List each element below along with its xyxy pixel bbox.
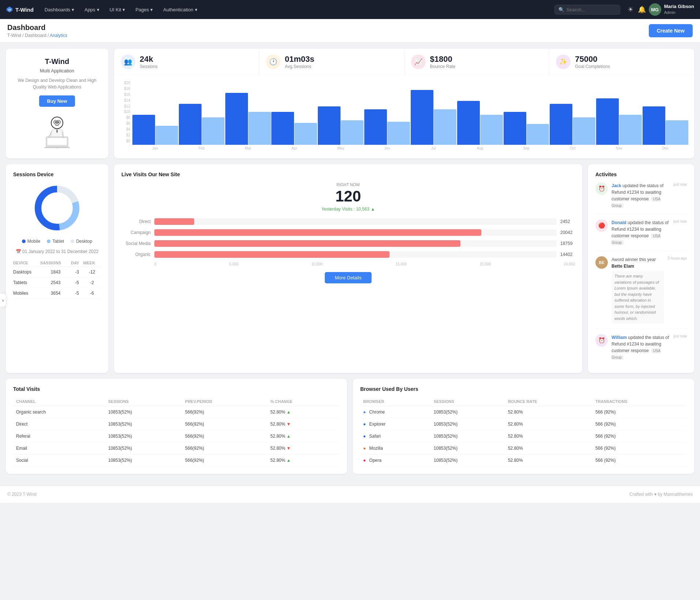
live-now-label: RIGHT NOW bbox=[121, 182, 575, 187]
browser-header: BOUNCE RATE bbox=[505, 397, 592, 406]
activities-list: ⏰ Jack updated the status of Refund #123… bbox=[595, 182, 687, 366]
activity-text: Jack updated the status of Refund #1234 … bbox=[611, 182, 670, 209]
bar-light bbox=[341, 120, 364, 145]
browser-users-title: Browser Used By Users bbox=[360, 386, 687, 392]
tv-header: PREV.PERIOD bbox=[182, 397, 267, 406]
channel-cell[interactable]: Organic search bbox=[13, 406, 105, 418]
browser-bounce-cell: 52.80% bbox=[505, 418, 592, 430]
device-table-row: Mobiles3654-5-6 bbox=[13, 288, 101, 299]
bar-light bbox=[248, 112, 271, 145]
live-bar-row: Campaign 20042 bbox=[121, 229, 575, 236]
bar-group bbox=[132, 115, 178, 145]
browser-bounce-cell: 52.80% bbox=[505, 454, 592, 467]
activity-user-link[interactable]: Jack bbox=[611, 183, 621, 188]
browser-row: ● Opera 10853(52%) 52.80% 566 (92%) bbox=[360, 454, 687, 467]
channel-cell[interactable]: Direct bbox=[13, 418, 105, 430]
device-table-row: Tablets2543-5-2 bbox=[13, 278, 101, 288]
second-row: Sessions Device MobileTabletDesktop 📅 0 bbox=[6, 164, 694, 373]
nav-auth[interactable]: Authentication ▾ bbox=[159, 5, 201, 15]
stat-icon: 📈 bbox=[411, 54, 426, 69]
legend-item: Mobile bbox=[22, 239, 40, 244]
bar-label: Campaign bbox=[121, 230, 151, 235]
bar-dark bbox=[457, 101, 480, 145]
bar-dark bbox=[411, 90, 433, 145]
device-table-header: WEEK bbox=[83, 259, 101, 267]
footer: © 2023 T-Wind Crafted with ♥ by Mannatth… bbox=[0, 486, 700, 503]
page-title: Dashboard bbox=[7, 23, 67, 32]
device-table-header: DAY bbox=[71, 259, 83, 267]
user-role: Admin bbox=[664, 10, 694, 15]
browser-icon: ● bbox=[363, 410, 366, 415]
bar-track bbox=[154, 251, 557, 258]
create-new-button[interactable]: Create New bbox=[649, 24, 693, 37]
search-box[interactable]: 🔍 bbox=[554, 5, 620, 15]
live-bars: Direct 2452 Campaign 20042 Social Media … bbox=[121, 218, 575, 258]
tv-header: CHANNEL bbox=[13, 397, 105, 406]
prev-cell: 566(92%) bbox=[182, 406, 267, 418]
bar-track bbox=[154, 229, 557, 236]
browser-row: ● Chrome 10853(52%) 52.80% 566 (92%) bbox=[360, 406, 687, 418]
bell-icon[interactable]: 🔔 bbox=[638, 5, 646, 14]
tv-header: % CHANGE bbox=[267, 397, 340, 406]
theme-icon[interactable]: ☀ bbox=[628, 5, 633, 14]
sidebar-toggle[interactable]: › bbox=[0, 294, 6, 306]
change-cell: 52.80% ▼ bbox=[267, 442, 340, 454]
activity-text: William updated the status of Refund #12… bbox=[611, 334, 670, 361]
bar-axis: 05,00010,00015,00020,00024,650 bbox=[121, 262, 575, 266]
sessions-cell: 10853(52%) bbox=[105, 430, 182, 442]
bar-group bbox=[179, 104, 225, 145]
live-count: 120 bbox=[121, 188, 575, 205]
stat-value: 01m03s bbox=[285, 54, 315, 64]
nav-uikit[interactable]: UI Kit ▾ bbox=[106, 5, 129, 15]
footer-left: © 2023 T-Wind bbox=[7, 492, 37, 497]
nav-logo[interactable]: H T-Wind bbox=[6, 6, 34, 13]
breadcrumb-dashboard[interactable]: Dashboard bbox=[25, 33, 46, 38]
activity-icon: ⏰ bbox=[595, 182, 608, 195]
change-cell: 52.80% ▼ bbox=[267, 418, 340, 430]
browser-name-cell: ● Safari bbox=[360, 430, 431, 442]
channel-cell[interactable]: Referal bbox=[13, 430, 105, 442]
breadcrumb-home[interactable]: T-Wind bbox=[7, 33, 21, 38]
nav-pages[interactable]: Pages ▾ bbox=[132, 5, 157, 15]
bar-label: Organic bbox=[121, 252, 151, 257]
activity-tag: USA Group bbox=[611, 234, 661, 245]
chart-area: $20$18$16$14$12$10$8$6$4$2$0 bbox=[114, 75, 694, 158]
more-details-button[interactable]: More Details bbox=[325, 272, 372, 283]
browser-row: ● Explorer 10853(52%) 52.80% 566 (92%) bbox=[360, 418, 687, 430]
search-icon: 🔍 bbox=[558, 7, 564, 12]
bar-dark bbox=[504, 112, 526, 145]
live-visits-card: Live Visits Our New Site RIGHT NOW 120 Y… bbox=[114, 164, 582, 373]
total-visits-title: Total Visits bbox=[13, 386, 340, 392]
browser-header: SESSIONS bbox=[431, 397, 505, 406]
browser-icon: ● bbox=[363, 434, 366, 439]
total-visits-table: CHANNELSESSIONSPREV.PERIOD% CHANGE Organ… bbox=[13, 397, 340, 467]
bar-light bbox=[480, 115, 503, 145]
browser-header: TRANSACTIONS bbox=[592, 397, 687, 406]
promo-desc: We Design and Develop Clean and High Qua… bbox=[15, 77, 99, 90]
browser-icon: ● bbox=[363, 458, 366, 463]
tv-row: Direct 10853(52%) 566(92%) 52.80% ▼ bbox=[13, 418, 340, 430]
nav-dashboards[interactable]: Dashboards ▾ bbox=[41, 5, 78, 15]
bar-dark bbox=[318, 106, 340, 145]
browser-name-cell: ● Opera bbox=[360, 454, 431, 467]
channel-cell[interactable]: Social bbox=[13, 454, 105, 467]
buy-button[interactable]: Buy New bbox=[39, 95, 75, 107]
prev-cell: 566(92%) bbox=[182, 454, 267, 467]
browser-icon: ● bbox=[363, 422, 366, 427]
calendar-icon: 📅 bbox=[16, 249, 21, 254]
device-table-header: DEVICE bbox=[13, 259, 40, 267]
prev-cell: 566(92%) bbox=[182, 430, 267, 442]
nav-apps[interactable]: Apps ▾ bbox=[81, 5, 103, 15]
browser-sessions-cell: 10853(52%) bbox=[431, 418, 505, 430]
search-input[interactable] bbox=[567, 7, 610, 12]
activity-user-link[interactable]: Donald bbox=[611, 220, 626, 225]
activity-user-link[interactable]: William bbox=[611, 335, 627, 340]
sessions-device-title: Sessions Device bbox=[13, 171, 101, 177]
promo-title: T-Wind bbox=[15, 57, 99, 66]
stat-card: 👥 24k Sessions bbox=[114, 49, 259, 75]
user-avatar[interactable]: MG Maria Gibson Admin bbox=[649, 3, 694, 16]
channel-cell[interactable]: Email bbox=[13, 442, 105, 454]
legend-item: Desktop bbox=[71, 239, 92, 244]
chevron-right-icon: › bbox=[2, 297, 4, 303]
browser-users-card: Browser Used By Users BROWSERSESSIONSBOU… bbox=[353, 379, 694, 474]
